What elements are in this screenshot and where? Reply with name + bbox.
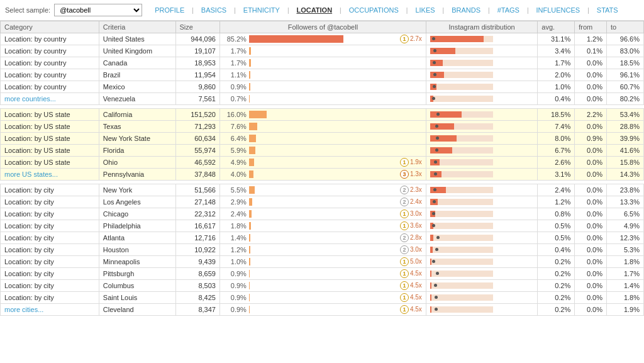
bar-pct-label: 5.5% — [224, 186, 247, 194]
cell-to: 1.4% — [607, 280, 644, 292]
cell-category: Location: by city — [1, 244, 99, 256]
cell-category: Location: by city — [1, 280, 99, 292]
ig-dot — [434, 284, 437, 287]
bar-track — [249, 95, 422, 103]
bar-pct-label: 1.1% — [224, 71, 247, 79]
cell-category[interactable]: more US states... — [1, 169, 99, 181]
nav-tab-stats[interactable]: STATS — [597, 5, 618, 15]
ig-dot — [436, 272, 439, 275]
cell-size: 12,716 — [175, 232, 219, 244]
bar-pct-label: 5.9% — [224, 147, 247, 154]
nav-separator: | — [488, 7, 490, 14]
table-row: Location: by cityChicago22,3122.4%13.0x0… — [1, 208, 644, 220]
cell-criteria: Columbus — [99, 280, 175, 292]
bar-pct-label: 4.9% — [224, 159, 247, 166]
table-row: Location: by cityHouston10,9221.2%23.0x0… — [1, 244, 644, 256]
cell-category: Location: by US state — [1, 121, 99, 133]
cell-bar: 7.6% — [219, 121, 426, 133]
rank-badge: 1 — [400, 35, 409, 43]
cell-to: 41.6% — [607, 145, 644, 157]
cell-size: 11,954 — [175, 69, 219, 81]
cell-avg: 0.8% — [538, 208, 575, 220]
bar-pct-label: 1.2% — [224, 246, 247, 254]
cell-avg: 0.2% — [538, 280, 575, 292]
ig-dot — [432, 212, 435, 215]
cell-category: Location: by city — [1, 292, 99, 304]
cell-to: 83.0% — [607, 45, 644, 57]
nav-tab-influences[interactable]: INFLUENCES — [536, 5, 580, 15]
bar-container: 1.7% — [224, 47, 422, 55]
nav-tab-basics[interactable]: BASICS — [201, 5, 226, 15]
bar-track — [249, 135, 422, 142]
cell-ig-bar — [426, 121, 537, 133]
ig-bar-fill — [430, 247, 433, 253]
multiplier-label: 12.7x — [400, 35, 422, 43]
sample-select[interactable]: @tacobell — [54, 4, 142, 16]
cell-size: 27,148 — [175, 196, 219, 208]
bar-fill — [249, 159, 254, 166]
cell-size: 51,566 — [175, 184, 219, 196]
col-header-from: from — [575, 21, 607, 33]
bar-container: 5.5%22.3x — [224, 186, 422, 194]
ig-bar-bg — [430, 111, 493, 118]
bar-track — [249, 71, 422, 79]
ig-bar-container — [430, 158, 533, 167]
ig-dot — [435, 148, 438, 152]
ig-bar-bg — [430, 223, 493, 229]
cell-criteria: California — [99, 109, 175, 121]
cell-criteria: United States — [99, 33, 175, 45]
col-header-avg: avg. — [538, 21, 575, 33]
nav-tab-occupations[interactable]: OCCUPATIONS — [349, 5, 399, 15]
nav-tab-location[interactable]: LOCATION — [296, 5, 332, 15]
nav-tab-profile[interactable]: PROFILE — [155, 5, 184, 15]
col-header-criteria: Criteria — [99, 21, 175, 33]
cell-from: 0.0% — [575, 256, 607, 268]
ig-bar-container — [430, 134, 533, 143]
nav-tab-ethnicity[interactable]: ETHNICITY — [243, 5, 280, 15]
bar-container: 16.0% — [224, 111, 422, 118]
bar-track — [249, 59, 422, 67]
ig-bar-fill — [430, 187, 446, 193]
cell-to: 1.8% — [607, 292, 644, 304]
cell-category: Location: by US state — [1, 109, 99, 121]
ig-bar-container — [430, 47, 533, 55]
ig-bar-fill — [430, 271, 431, 277]
cell-criteria: Saint Louis — [99, 292, 175, 304]
ig-bar-bg — [430, 147, 493, 154]
ig-bar-container — [430, 146, 533, 155]
bar-pct-label: 6.4% — [224, 135, 247, 142]
rank-badge: 1 — [400, 293, 409, 302]
bar-fill — [249, 222, 251, 230]
cell-bar: 2.4%13.0x — [219, 208, 426, 220]
bar-fill — [249, 270, 250, 277]
nav-tab-brands[interactable]: BRANDS — [452, 5, 480, 15]
bar-container: 2.4%13.0x — [224, 209, 422, 218]
ig-bar-fill — [430, 36, 484, 42]
cell-avg: 3.4% — [538, 45, 575, 57]
bar-fill — [249, 282, 250, 289]
cell-to: 1.9% — [607, 304, 644, 316]
multiplier-label: 14.5x — [400, 305, 422, 314]
ig-bar-fill — [430, 72, 444, 78]
table-row: Location: by US stateNew York State60,63… — [1, 133, 644, 145]
ig-bar-container — [430, 293, 533, 302]
nav-separator: | — [287, 7, 289, 14]
bar-container: 0.9%14.5x — [224, 281, 422, 290]
table-row: Location: by cityPittsburgh8,6590.9%14.5… — [1, 268, 644, 280]
col-header-category: Category — [1, 21, 99, 33]
cell-category[interactable]: more cities... — [1, 304, 99, 316]
cell-to: 13.3% — [607, 196, 644, 208]
nav-tab-hashtags[interactable]: #TAGS — [497, 5, 519, 15]
cell-criteria: Pennsylvania — [99, 169, 175, 181]
cell-category[interactable]: more countries... — [1, 93, 99, 105]
ig-bar-bg — [430, 235, 493, 241]
cell-avg: 18.5% — [538, 109, 575, 121]
bar-track — [249, 123, 422, 130]
bar-container: 6.4% — [224, 135, 422, 142]
cell-bar: 16.0% — [219, 109, 426, 121]
nav-tab-likes[interactable]: LIKES — [415, 5, 435, 15]
cell-size: 8,347 — [175, 304, 219, 316]
cell-avg: 0.4% — [538, 244, 575, 256]
cell-from: 0.0% — [575, 169, 607, 181]
ig-dot — [434, 160, 437, 164]
